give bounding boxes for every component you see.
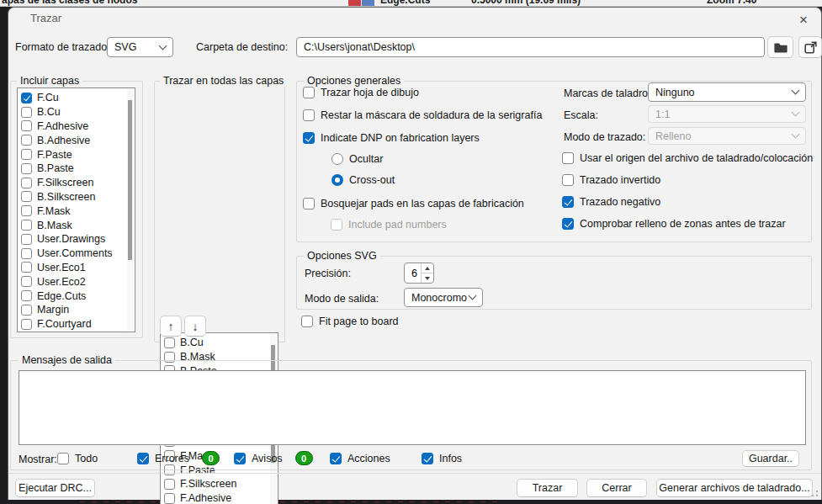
layer-label: User.Comments [37, 247, 113, 259]
fit-page-checkbox-row[interactable]: Fit page to board [301, 316, 399, 327]
run-drc-button[interactable]: Ejecutar DRC... [15, 479, 95, 497]
browse-folder-button[interactable] [767, 36, 793, 58]
layer-checkbox[interactable] [21, 135, 32, 146]
sketch-pads-checkbox-row[interactable]: Bosquejar pads en las capas de fabricaci… [303, 198, 524, 210]
layer-list-item[interactable]: F.Mask [21, 204, 135, 218]
layer-list-item[interactable]: F.Cu [21, 91, 135, 105]
layer-checkbox[interactable] [21, 276, 32, 287]
layer-list-item[interactable]: F.Courtyard [21, 317, 135, 332]
checkbox[interactable] [303, 198, 315, 210]
include-layers-list[interactable]: F.Cu B.Cu F.Adhesive B.Adhesive F.Paste [17, 88, 135, 332]
layer-list-item[interactable]: F.Paste [21, 147, 135, 162]
option-checkbox-row[interactable]: Trazar hoja de dibujo [303, 87, 542, 98]
plot-button[interactable]: Trazar [517, 479, 578, 497]
option-checkbox-row[interactable]: Trazado negativo [562, 196, 813, 208]
scrollbar-thumb[interactable] [128, 100, 132, 260]
layer-list-item[interactable]: B.Cu [21, 105, 135, 119]
move-layer-down-button[interactable]: ↓ [184, 316, 206, 337]
checkbox[interactable] [137, 453, 149, 464]
checkbox[interactable] [562, 218, 574, 230]
layer-checkbox[interactable] [164, 337, 175, 348]
layer-checkbox[interactable] [21, 163, 32, 174]
layer-list-item[interactable]: User.Eco2 [21, 274, 135, 289]
save-messages-button[interactable]: Guardar.. [742, 450, 799, 467]
stepper-down-icon[interactable] [422, 273, 433, 283]
layer-checkbox[interactable] [164, 479, 175, 490]
precision-stepper[interactable]: 6 [404, 263, 434, 284]
option-checkbox-row[interactable]: Restar la máscara de soldadura de la ser… [303, 109, 542, 121]
layer-list-item[interactable]: B.Cu [164, 336, 278, 350]
layer-list-item[interactable]: Margin [21, 303, 135, 317]
layer-checkbox[interactable] [21, 319, 32, 330]
layer-list-item[interactable]: B.Mask [21, 218, 135, 232]
output-directory-input[interactable] [296, 37, 765, 57]
checkbox[interactable] [303, 87, 315, 98]
output-mode-label: Modo de salida: [305, 293, 379, 305]
close-button[interactable]: Cerrar [586, 479, 647, 497]
layer-checkbox[interactable] [21, 205, 32, 216]
message-filter-row[interactable]: Todo [57, 453, 137, 464]
checkbox[interactable] [330, 453, 342, 464]
layer-list-item[interactable]: User.Eco1 [21, 261, 135, 275]
layer-list-item[interactable]: B.Courtyard [21, 332, 135, 332]
checkbox-label: Restar la máscara de soldadura de la ser… [321, 109, 542, 121]
layer-checkbox[interactable] [21, 234, 32, 245]
layer-list-item[interactable]: User.Drawings [21, 232, 135, 247]
radio-row[interactable]: Ocultar [331, 153, 395, 165]
move-layer-up-button[interactable]: ↑ [160, 316, 182, 337]
option-checkbox-row[interactable]: Usar el origen del archivo de taladrado/… [562, 152, 813, 164]
open-output-folder-button[interactable] [798, 36, 822, 58]
output-messages-textarea[interactable] [19, 370, 806, 445]
checkbox[interactable] [422, 453, 433, 464]
scrollbar-track[interactable] [127, 89, 134, 331]
layer-label: Margin [37, 304, 69, 316]
layer-checkbox[interactable] [21, 305, 32, 316]
layer-checkbox[interactable] [21, 220, 32, 231]
layer-checkbox[interactable] [21, 191, 32, 202]
message-filter-row[interactable]: Avisos 0 [234, 451, 330, 465]
output-mode-select[interactable]: Monocromo [404, 288, 483, 307]
checkbox[interactable] [234, 453, 246, 464]
radio-row[interactable]: Cross-out [331, 174, 395, 186]
checkbox[interactable] [562, 152, 574, 164]
checkbox[interactable] [562, 174, 574, 186]
generate-drill-files-button[interactable]: Generar archivos de taladrado... [656, 479, 813, 497]
plot-format-select[interactable]: SVG [107, 37, 173, 57]
stepper-up-icon[interactable] [422, 263, 433, 273]
message-filter-row[interactable]: Errores 0 [137, 451, 234, 465]
radio-button[interactable] [331, 153, 343, 165]
checkbox[interactable] [562, 196, 574, 208]
layer-list-item[interactable]: F.Silkscreen [21, 176, 135, 190]
checkbox[interactable] [303, 109, 315, 121]
layer-list-item[interactable]: F.Silkscreen [164, 477, 278, 491]
option-checkbox-row[interactable]: Indicate DNP on fabrication layers [303, 132, 542, 144]
layer-list-item[interactable]: Edge.Cuts [21, 289, 135, 303]
layer-checkbox[interactable] [21, 290, 32, 301]
checkbox[interactable] [303, 132, 315, 144]
option-checkbox-row[interactable]: Trazado invertido [562, 174, 813, 186]
message-filter-row[interactable]: Infos [422, 453, 462, 464]
option-checkbox-row[interactable]: Comprobar relleno de zonas antes de traz… [562, 218, 813, 230]
checkbox[interactable] [301, 316, 313, 327]
checkbox[interactable] [57, 453, 69, 464]
layer-checkbox[interactable] [21, 149, 32, 160]
layer-checkbox[interactable] [21, 93, 32, 103]
layer-list-item[interactable]: User.Comments [21, 247, 135, 261]
layer-label: B.Cu [37, 106, 61, 118]
layer-checkbox[interactable] [21, 262, 32, 273]
layer-list-item[interactable]: B.Adhesive [21, 133, 135, 147]
layer-list-item[interactable]: F.Adhesive [164, 491, 278, 504]
layer-checkbox[interactable] [21, 120, 32, 131]
drill-marks-select[interactable]: Ninguno [648, 82, 806, 102]
layer-checkbox[interactable] [164, 493, 175, 504]
message-filter-row[interactable]: Acciones [330, 453, 422, 464]
layer-checkbox[interactable] [21, 248, 32, 259]
layer-list-item[interactable]: B.Silkscreen [21, 190, 135, 204]
layer-list-item[interactable]: B.Paste [21, 162, 135, 176]
resize-grip[interactable] [808, 486, 819, 498]
close-icon[interactable]: × [792, 9, 815, 31]
layer-list-item[interactable]: F.Adhesive [21, 119, 135, 134]
layer-checkbox[interactable] [21, 178, 32, 188]
radio-button[interactable] [331, 174, 343, 186]
layer-checkbox[interactable] [21, 107, 32, 118]
